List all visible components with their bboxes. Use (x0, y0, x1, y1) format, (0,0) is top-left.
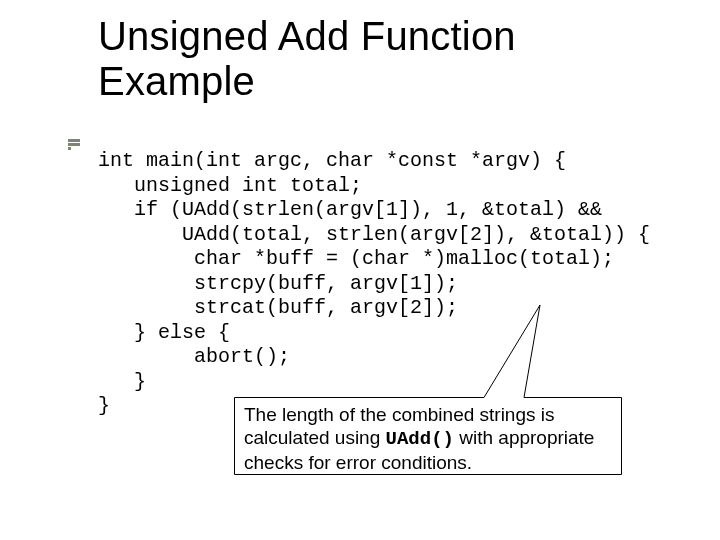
slide-title: Unsigned Add Function Example (98, 14, 516, 104)
callout-text: The length of the combined strings is ca… (244, 403, 614, 475)
bullet-icon (68, 139, 80, 151)
slide: Unsigned Add Function Example int main(i… (0, 0, 720, 540)
callout-mono: UAdd() (386, 428, 454, 450)
